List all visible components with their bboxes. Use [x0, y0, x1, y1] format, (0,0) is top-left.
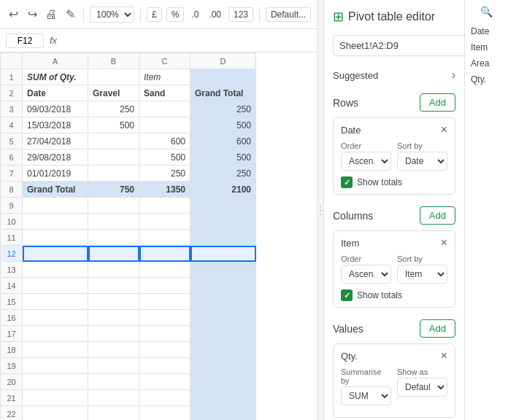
cell-d13[interactable] [190, 262, 256, 278]
table-row[interactable]: 21 [1, 390, 256, 406]
cell-b13[interactable] [88, 262, 139, 278]
cell-b15[interactable] [88, 294, 139, 310]
cell-c12[interactable] [139, 246, 190, 262]
table-row[interactable]: 11 [1, 230, 256, 246]
field-item-date[interactable]: Date [468, 23, 505, 39]
cell-c13[interactable] [139, 262, 190, 278]
chevron-down-icon[interactable]: › [452, 69, 455, 82]
undo-icon[interactable]: ↩ [6, 7, 20, 23]
cell-a3[interactable]: 09/03/2018 [23, 101, 88, 117]
currency-button[interactable]: £ [147, 7, 162, 22]
col-header-b[interactable]: B [88, 53, 139, 69]
cell-d20[interactable] [190, 374, 256, 390]
cell-b3[interactable]: 250 [88, 101, 139, 117]
cell-a21[interactable] [23, 390, 88, 406]
cell-b10[interactable] [88, 214, 139, 230]
cell-d19[interactable] [190, 358, 256, 374]
table-row[interactable]: 20 [1, 374, 256, 390]
cell-c4[interactable] [139, 117, 190, 133]
cell-reference-input[interactable] [6, 34, 44, 48]
cell-d4[interactable]: 500 [190, 117, 256, 133]
rows-add-button[interactable]: Add [420, 93, 455, 112]
cell-b11[interactable] [88, 230, 139, 246]
cell-a18[interactable] [23, 342, 88, 358]
cell-d9[interactable] [190, 198, 256, 214]
cell-c1[interactable]: Item [139, 69, 190, 85]
cell-c6[interactable]: 500 [139, 149, 190, 166]
table-row[interactable]: 1SUM of Qty.Item [1, 69, 256, 85]
date-field-close-icon[interactable]: × [441, 124, 447, 136]
cell-c20[interactable] [139, 374, 190, 390]
cell-c14[interactable] [139, 278, 190, 294]
cell-b9[interactable] [88, 198, 139, 214]
cell-c5[interactable]: 600 [139, 133, 190, 149]
cell-a10[interactable] [23, 214, 88, 230]
cell-b5[interactable] [88, 133, 139, 149]
cell-d6[interactable]: 500 [190, 149, 256, 166]
item-show-totals-checkbox[interactable] [341, 289, 353, 301]
cell-b19[interactable] [88, 358, 139, 374]
date-sortby-select[interactable]: Date [397, 152, 447, 171]
paintformat-icon[interactable]: ✎ [63, 7, 77, 23]
decimal1-button[interactable]: .00 [206, 8, 224, 21]
cell-a12[interactable] [23, 246, 88, 262]
cell-d22[interactable] [190, 406, 256, 421]
cell-a17[interactable] [23, 326, 88, 342]
decimal0-button[interactable]: .0 [188, 8, 201, 21]
format123-button[interactable]: 123 [228, 7, 253, 22]
table-row[interactable]: 16 [1, 310, 256, 326]
table-row[interactable]: 18 [1, 342, 256, 358]
cell-d12[interactable] [190, 246, 256, 262]
table-row[interactable]: 15 [1, 294, 256, 310]
table-row[interactable]: 629/08/2018500500 [1, 149, 256, 166]
table-row[interactable]: 19 [1, 358, 256, 374]
cell-c15[interactable] [139, 294, 190, 310]
cell-d14[interactable] [190, 278, 256, 294]
cell-a2[interactable]: Date [23, 85, 88, 101]
cell-d17[interactable] [190, 326, 256, 342]
qty-field-close-icon[interactable]: × [441, 350, 447, 362]
percent-button[interactable]: % [166, 7, 185, 22]
columns-add-button[interactable]: Add [420, 206, 455, 225]
table-row[interactable]: 2DateGravelSandGrand Total [1, 85, 256, 101]
cell-b4[interactable]: 500 [88, 117, 139, 133]
redo-icon[interactable]: ↪ [25, 7, 39, 23]
values-add-button[interactable]: Add [420, 319, 455, 338]
qty-summarise-select[interactable]: SUM COUNT AVERAGE [341, 386, 391, 405]
table-row[interactable]: 13 [1, 262, 256, 278]
field-item-qty[interactable]: Qty. [468, 71, 505, 88]
data-range-input[interactable] [333, 35, 464, 56]
cell-b1[interactable] [88, 69, 139, 85]
item-order-select[interactable]: Ascen... Descen... [341, 265, 391, 284]
table-row[interactable]: 9 [1, 198, 256, 214]
cell-c19[interactable] [139, 358, 190, 374]
field-item-item[interactable]: Item [468, 39, 505, 55]
cell-a5[interactable]: 27/04/2018 [23, 133, 88, 149]
cell-d11[interactable] [190, 230, 256, 246]
cell-d5[interactable]: 600 [190, 133, 256, 149]
cell-a7[interactable]: 01/01/2019 [23, 166, 88, 182]
cell-b22[interactable] [88, 406, 139, 421]
cell-c18[interactable] [139, 342, 190, 358]
item-field-close-icon[interactable]: × [441, 237, 447, 249]
cell-a20[interactable] [23, 374, 88, 390]
cell-c8[interactable]: 1350 [139, 182, 190, 198]
cell-d7[interactable]: 250 [190, 166, 256, 182]
table-row[interactable]: 415/03/2018500500 [1, 117, 256, 133]
search-icon[interactable]: 🔍 [468, 6, 505, 18]
cell-a22[interactable] [23, 406, 88, 421]
cell-a14[interactable] [23, 278, 88, 294]
cell-c3[interactable] [139, 101, 190, 117]
cell-d1[interactable] [190, 69, 256, 85]
print-icon[interactable]: 🖨 [44, 7, 58, 23]
cell-b16[interactable] [88, 310, 139, 326]
field-item-area[interactable]: Area [468, 55, 505, 71]
cell-c9[interactable] [139, 198, 190, 214]
cell-d18[interactable] [190, 342, 256, 358]
cell-c16[interactable] [139, 310, 190, 326]
cell-a11[interactable] [23, 230, 88, 246]
cell-a15[interactable] [23, 294, 88, 310]
table-row[interactable]: 10 [1, 214, 256, 230]
cell-d8[interactable]: 2100 [190, 182, 256, 198]
table-row[interactable]: 309/03/2018250250 [1, 101, 256, 117]
